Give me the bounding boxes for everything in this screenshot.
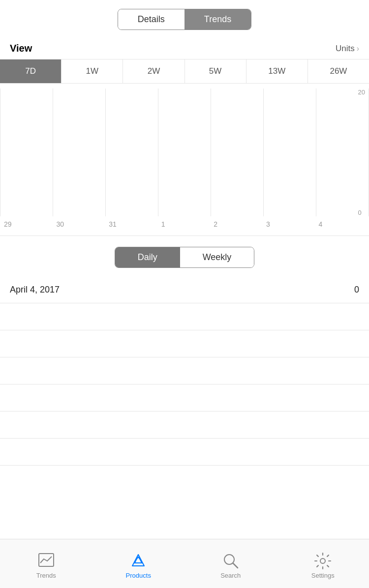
empty-row-5 (0, 412, 369, 439)
tab-13w[interactable]: 13W (246, 59, 308, 83)
details-tab[interactable]: Details (118, 9, 184, 29)
x-label-6: 4 (315, 220, 368, 228)
x-label-1: 30 (54, 220, 106, 228)
tab-bar: Trends Products Search (0, 539, 369, 588)
chart-col-6 (316, 88, 369, 216)
chart-grid: 20 0 (0, 88, 369, 216)
chart-col-0 (0, 88, 53, 216)
trends-tab[interactable]: Trends (184, 9, 251, 29)
x-label-3: 1 (158, 220, 211, 228)
date-label: April 4, 2017 (10, 285, 60, 295)
weekly-button[interactable]: Weekly (180, 247, 254, 267)
svg-point-2 (224, 555, 234, 564)
tab-7d[interactable]: 7D (0, 59, 62, 83)
chart-col-3 (158, 88, 211, 216)
svg-point-4 (320, 559, 325, 563)
chart-x-labels: 29 30 31 1 2 3 4 (0, 220, 369, 228)
tab-2w[interactable]: 2W (123, 59, 184, 83)
empty-row-4 (0, 384, 369, 412)
search-icon (222, 552, 240, 570)
tab-search[interactable]: Search (184, 548, 277, 579)
x-label-0: 29 (1, 220, 54, 228)
tab-1w[interactable]: 1W (62, 59, 123, 83)
tab-settings[interactable]: Settings (277, 548, 369, 579)
chart-col-4 (211, 88, 264, 216)
tab-trends-label: Trends (36, 572, 56, 579)
trends-icon (37, 552, 55, 570)
date-value: 0 (354, 285, 359, 295)
chart-col-5 (264, 88, 316, 216)
view-label: View (10, 43, 32, 54)
x-label-5: 3 (263, 220, 316, 228)
tab-products-label: Products (126, 572, 151, 579)
empty-row-6 (0, 439, 369, 466)
dw-wrapper: Daily Weekly (115, 247, 255, 268)
page-content: Details Trends View Units › 7D 1W 2W 5W … (0, 0, 369, 515)
top-segment-control: Details Trends (0, 0, 369, 38)
date-row: April 4, 2017 0 (0, 277, 369, 303)
tab-5w[interactable]: 5W (185, 59, 246, 83)
segment-wrapper: Details Trends (118, 9, 251, 30)
units-button[interactable]: Units › (336, 44, 359, 54)
daily-button[interactable]: Daily (115, 247, 180, 267)
chart-col-1 (53, 88, 106, 216)
empty-row-3 (0, 357, 369, 384)
tab-settings-label: Settings (311, 572, 335, 579)
tab-products[interactable]: Products (92, 548, 185, 579)
empty-row-2 (0, 330, 369, 357)
view-header: View Units › (0, 38, 369, 59)
chart-col-2 (106, 88, 158, 216)
tab-search-label: Search (220, 572, 241, 579)
empty-row-1 (0, 303, 369, 330)
chevron-right-icon: › (357, 44, 359, 53)
chart-container: 20 0 29 30 31 1 2 3 4 (0, 84, 369, 236)
x-label-4: 2 (211, 220, 263, 228)
tab-trends[interactable]: Trends (0, 548, 92, 579)
tab-26w[interactable]: 26W (308, 59, 369, 83)
products-icon (129, 552, 147, 570)
x-label-2: 31 (106, 220, 158, 228)
units-label: Units (336, 44, 355, 54)
time-range-tabs: 7D 1W 2W 5W 13W 26W (0, 59, 369, 84)
settings-icon (314, 552, 332, 570)
svg-line-3 (233, 563, 238, 568)
daily-weekly-section: Daily Weekly (0, 236, 369, 277)
